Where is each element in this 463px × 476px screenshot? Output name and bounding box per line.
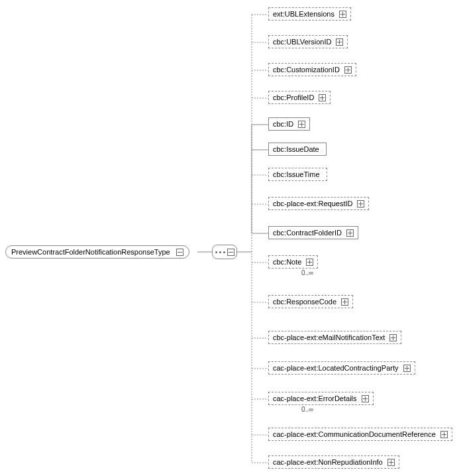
element-node[interactable]: cbc:ContractFolderID <box>268 226 358 239</box>
element-label: cbc:ContractFolderID <box>273 229 342 237</box>
sequence-dots-icon <box>215 251 225 253</box>
element-node[interactable]: cbc:ID <box>268 117 310 131</box>
expand-icon[interactable] <box>362 395 369 402</box>
element-node[interactable]: cbc:ProfileID <box>268 91 331 104</box>
element-label: cbc-place-ext:RequestID <box>273 200 352 208</box>
element-label: cbc:ResponseCode <box>273 298 336 306</box>
cardinality-label: 0..∞ <box>301 406 313 413</box>
element-node[interactable]: cbc:IssueTime <box>268 168 327 181</box>
expand-icon[interactable] <box>319 94 326 101</box>
expand-icon[interactable] <box>341 298 348 306</box>
expand-icon[interactable] <box>339 11 346 18</box>
expand-icon[interactable] <box>346 229 354 237</box>
element-label: cbc:IssueDate <box>273 145 319 153</box>
expand-icon[interactable] <box>306 259 313 266</box>
element-node[interactable]: cbc:Note <box>268 255 318 268</box>
element-node[interactable]: cbc:UBLVersionID <box>268 35 348 48</box>
expand-icon[interactable] <box>336 38 343 46</box>
element-node[interactable]: cac-place-ext:NonRepudiationInfo <box>268 455 399 469</box>
element-label: cac-place-ext:ErrorDetails <box>273 394 357 402</box>
element-label: cac-place-ext:NonRepudiationInfo <box>273 458 383 466</box>
expand-icon[interactable] <box>387 459 395 466</box>
element-label: cbc:IssueTime <box>273 170 320 178</box>
element-label: cbc:Note <box>273 258 301 266</box>
element-label: ext:UBLExtensions <box>273 10 334 18</box>
root-label: PreviewContractFolderNotificationRespons… <box>11 248 170 256</box>
root-type-node[interactable]: PreviewContractFolderNotificationRespons… <box>5 245 189 259</box>
element-node[interactable]: cbc-place-ext:eMailNotificationText <box>268 331 401 344</box>
expand-icon[interactable] <box>357 200 364 208</box>
element-label: cac-place-ext:CommunicationDocumentRefer… <box>273 430 436 438</box>
element-label: cac-place-ext:LocatedContractingParty <box>273 364 399 372</box>
element-node[interactable]: cbc:ResponseCode <box>268 295 353 308</box>
element-node[interactable]: cac-place-ext:CommunicationDocumentRefer… <box>268 428 452 441</box>
expand-icon[interactable] <box>344 66 352 74</box>
element-node[interactable]: cbc:CustomizationID <box>268 63 356 76</box>
element-node[interactable]: cac-place-ext:LocatedContractingParty <box>268 361 415 375</box>
element-label: cbc-place-ext:eMailNotificationText <box>273 333 385 341</box>
element-label: cbc:CustomizationID <box>273 66 340 74</box>
expand-icon[interactable] <box>403 365 411 372</box>
expand-icon[interactable] <box>298 121 305 128</box>
element-node[interactable]: cbc-place-ext:RequestID <box>268 197 369 210</box>
expand-icon[interactable] <box>440 431 448 438</box>
element-node[interactable]: cac-place-ext:ErrorDetails <box>268 392 374 405</box>
collapse-icon[interactable] <box>227 249 234 256</box>
element-label: cbc:UBLVersionID <box>273 38 331 46</box>
element-label: cbc:ProfileID <box>273 93 314 101</box>
element-node[interactable]: ext:UBLExtensions <box>268 7 351 21</box>
element-node[interactable]: cbc:IssueDate <box>268 143 327 156</box>
expand-icon[interactable] <box>389 334 397 341</box>
sequence-compositor[interactable] <box>212 245 237 259</box>
element-label: cbc:ID <box>273 120 293 128</box>
collapse-icon[interactable] <box>176 249 183 256</box>
cardinality-label: 0..∞ <box>301 269 313 276</box>
connector-lines <box>0 0 463 476</box>
